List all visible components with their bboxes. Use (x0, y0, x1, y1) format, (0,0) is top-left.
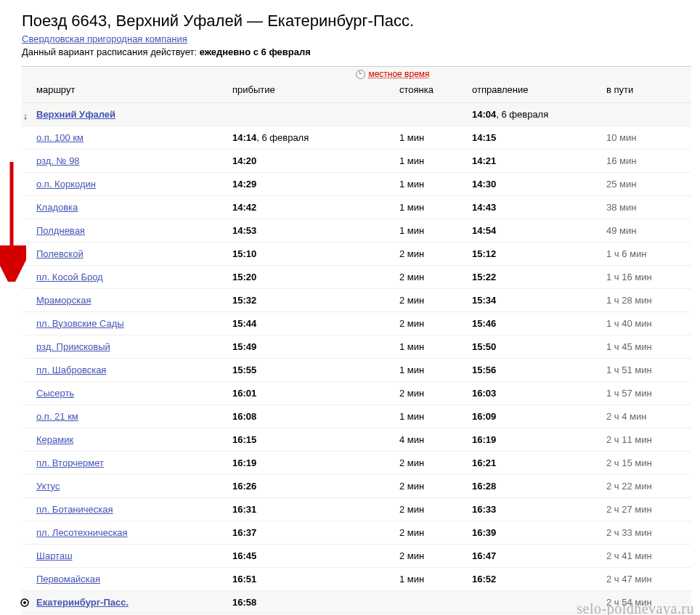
station-link[interactable]: Первомайская (36, 574, 100, 585)
departure-time: 16:47 (472, 550, 496, 561)
table-body: ↓Верхний Уфалей14:04, 6 февраляо.п. 100 … (22, 103, 691, 614)
station-link[interactable]: Полдневая (36, 225, 85, 236)
stop-cell: 1 мин (399, 364, 472, 375)
table-header: маршрут прибытие стоянка отправление в п… (22, 81, 691, 103)
table-row: ↓Верхний Уфалей14:04, 6 февраля (22, 103, 691, 126)
arrival-time: 15:20 (232, 272, 256, 282)
station-link[interactable]: о.п. 100 км (36, 132, 84, 143)
svg-point-1 (23, 601, 26, 604)
departure-time: 14:43 (472, 202, 496, 213)
departure-cell: 14:15 (472, 132, 606, 143)
station-link[interactable]: пл. Вторчермет (36, 457, 104, 468)
station-link[interactable]: Сысерть (36, 388, 74, 399)
table-row: пл. Ботаническая16:312 мин16:332 ч 27 ми… (22, 498, 691, 521)
arrival-time: 15:49 (232, 341, 256, 352)
stop-cell: 1 мин (399, 202, 472, 213)
arrival-cell: 15:55 (232, 364, 399, 375)
table-row: о.п. 21 км16:081 мин16:092 ч 4 мин (22, 405, 691, 428)
travel-cell: 10 мин (606, 132, 691, 143)
station-link[interactable]: Керамик (36, 434, 73, 445)
station-link[interactable]: пл. Косой Брод (36, 272, 103, 282)
travel-cell: 25 мин (606, 179, 691, 190)
travel-cell: 2 ч 41 мин (606, 550, 691, 561)
arrival-cell: 15:44 (232, 318, 399, 329)
stop-cell: 2 мин (399, 550, 472, 561)
departure-time: 15:34 (472, 295, 496, 306)
station-link[interactable]: Мраморская (36, 295, 91, 306)
travel-cell: 2 ч 22 мин (606, 481, 691, 492)
arrival-time: 16:08 (232, 411, 256, 422)
arrival-cell: 14:29 (232, 179, 399, 190)
departure-time: 16:09 (472, 411, 496, 422)
table-row: Первомайская16:511 мин16:522 ч 47 мин (22, 568, 691, 591)
travel-cell: 2 ч 27 мин (606, 504, 691, 515)
arrival-time: 14:14 (232, 132, 256, 143)
page-title: Поезд 6643, Верхний Уфалей — Екатеринбур… (22, 12, 691, 30)
table-row: Мраморская15:322 мин15:341 ч 28 мин (22, 289, 691, 312)
station-link[interactable]: Верхний Уфалей (36, 109, 115, 120)
departure-time: 14:54 (472, 225, 496, 236)
col-route: маршрут (36, 84, 232, 95)
departure-cell: 16:03 (472, 388, 606, 399)
arrival-time: 15:44 (232, 318, 256, 329)
arrival-time: 16:37 (232, 527, 256, 538)
stop-cell: 1 мин (399, 132, 472, 143)
station-link[interactable]: рзд. Приисковый (36, 341, 110, 352)
destination-icon (20, 598, 30, 607)
localtime-toggle[interactable]: местное время (283, 69, 429, 79)
stop-cell: 2 мин (399, 388, 472, 399)
stop-cell: 2 мин (399, 504, 472, 515)
table-row: Полдневая14:531 мин14:5449 мин (22, 219, 691, 243)
arrival-cell: 16:37 (232, 527, 399, 538)
arrival-cell: 16:45 (232, 550, 399, 561)
station-link[interactable]: Екатеринбург-Пасс. (36, 597, 129, 608)
station-link[interactable]: о.п. Коркодин (36, 179, 96, 190)
departure-cell: 14:43 (472, 202, 606, 213)
departure-time: 14:04 (472, 109, 496, 120)
travel-cell: 16 мин (606, 155, 691, 166)
stop-cell: 2 мин (399, 318, 472, 329)
station-link[interactable]: Кладовка (36, 202, 78, 213)
travel-cell: 2 ч 11 мин (606, 434, 691, 445)
travel-cell: 2 ч 33 мин (606, 527, 691, 538)
company-link[interactable]: Свердловская пригородная компания (22, 33, 187, 44)
table-row: пл. Вторчермет16:192 мин16:212 ч 15 мин (22, 452, 691, 475)
schedule-bold: ежедневно с 6 февраля (200, 46, 311, 57)
station-link[interactable]: Полевской (36, 248, 84, 259)
stop-cell: 1 мин (399, 155, 472, 166)
station-link[interactable]: Уктус (36, 481, 60, 492)
station-link[interactable]: пл. Шабровская (36, 364, 106, 375)
table-row: о.п. 100 км14:14, 6 февраля1 мин14:1510 … (22, 126, 691, 150)
table-row: Полевской15:102 мин15:121 ч 6 мин (22, 243, 691, 266)
table-row: Екатеринбург-Пасс.16:582 ч 54 мин (22, 591, 691, 614)
station-link[interactable]: Шарташ (36, 550, 73, 561)
stop-cell: 1 мин (399, 179, 472, 190)
departure-cell: 14:21 (472, 155, 606, 166)
arrival-time: 14:42 (232, 202, 256, 213)
arrival-cell: 16:19 (232, 457, 399, 468)
arrival-time: 16:51 (232, 574, 256, 585)
departure-cell: 16:28 (472, 481, 606, 492)
travel-cell: 1 ч 6 мин (606, 248, 691, 259)
arrival-cell: 16:58 (232, 597, 399, 608)
station-link[interactable]: пл. Ботаническая (36, 504, 113, 515)
arrival-cell: 15:49 (232, 341, 399, 352)
station-link[interactable]: о.п. 21 км (36, 411, 78, 422)
departure-time: 14:15 (472, 132, 496, 143)
col-departure: отправление (472, 84, 606, 95)
departure-cell: 16:47 (472, 550, 606, 561)
arrival-cell: 16:01 (232, 388, 399, 399)
station-link[interactable]: пл. Вузовские Сады (36, 318, 124, 329)
departure-time: 16:28 (472, 481, 496, 492)
departure-cell: 15:34 (472, 295, 606, 306)
station-link[interactable]: рзд. № 98 (36, 155, 80, 166)
arrival-cell: 14:20 (232, 155, 399, 166)
travel-cell: 2 ч 4 мин (606, 411, 691, 422)
departure-cell: 16:33 (472, 504, 606, 515)
departure-time: 15:50 (472, 341, 496, 352)
departure-time: 16:03 (472, 388, 496, 399)
stop-cell: 1 мин (399, 341, 472, 352)
travel-cell: 1 ч 28 мин (606, 295, 691, 306)
station-link[interactable]: пл. Лесотехническая (36, 527, 128, 538)
departure-time: 16:33 (472, 504, 496, 515)
